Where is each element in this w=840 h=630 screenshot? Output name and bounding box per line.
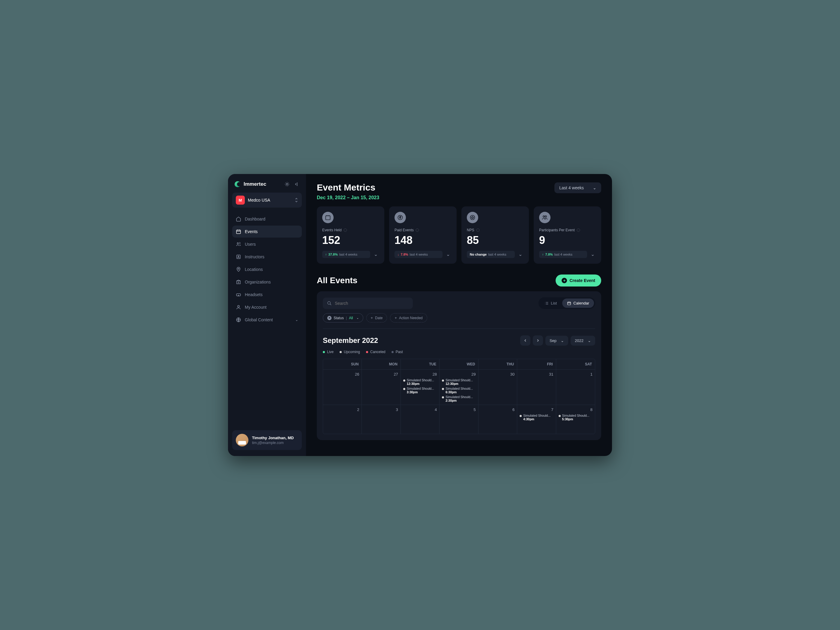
metric-label: NPS (467, 228, 524, 232)
sidebar-item-headsets[interactable]: Headsets (232, 289, 302, 301)
calendar-event[interactable]: Simulated Should...5:30pm (559, 414, 592, 421)
calendar-day-header: WED (439, 359, 478, 369)
sidebar-item-locations[interactable]: Locations (232, 264, 302, 275)
calendar-event[interactable]: Simulated Should...3:30pm (403, 387, 437, 394)
chevron-right-icon (536, 338, 540, 343)
chevron-down-icon: ⌄ (561, 338, 564, 343)
calendar-cell[interactable]: 2 (323, 405, 362, 434)
updown-icon (295, 198, 298, 202)
calendar-cell[interactable]: 26 (323, 369, 362, 405)
create-event-button[interactable]: + Create Event (556, 275, 601, 286)
metric-expand-button[interactable]: ⌄ (445, 250, 451, 258)
calendar-day-header: TUE (401, 359, 439, 369)
view-list-label: List (551, 301, 557, 305)
filter-action[interactable]: + Action Needed (390, 313, 427, 322)
calendar-event[interactable]: Simulated Should...6:30pm (442, 387, 475, 394)
metric-card: Events Held 152 ↑37.8%last 4 weeks ⌄ (317, 207, 384, 264)
sidebar-item-organizations[interactable]: Organizations (232, 276, 302, 288)
metric-expand-button[interactable]: ⌄ (589, 250, 596, 258)
calendar-cell[interactable]: 8Simulated Should...5:30pm (556, 405, 595, 434)
search-field[interactable] (335, 301, 409, 306)
filter-date[interactable]: + Date (366, 313, 387, 322)
avatar (236, 434, 248, 447)
view-calendar-button[interactable]: Calendar (562, 298, 594, 308)
metric-icon (322, 212, 333, 223)
close-icon[interactable]: ✕ (327, 316, 332, 320)
sidebar-header: Immertec (232, 180, 302, 193)
org-name: Medco USA (248, 198, 292, 202)
calendar-cell[interactable]: 30 (478, 369, 517, 405)
metric-card: NPS 85 No changelast 4 weeks ⌄ (461, 207, 529, 264)
metric-value: 148 (395, 234, 451, 246)
calendar-cell[interactable]: 4 (401, 405, 439, 434)
org-icon: M (236, 196, 245, 205)
sidebar-item-dashboard[interactable]: Dashboard (232, 213, 302, 225)
info-icon (415, 228, 419, 232)
badge-icon (236, 254, 241, 259)
chevron-down-icon: ⌄ (295, 318, 298, 322)
sidebar-item-users[interactable]: Users (232, 238, 302, 250)
sidebar-item-instructors[interactable]: Instructors (232, 251, 302, 263)
calendar-prev-button[interactable] (520, 335, 531, 346)
calendar-cell[interactable]: 7Simulated Should...4:30pm (517, 405, 556, 434)
trend-pill: No changelast 4 weeks (467, 251, 515, 258)
list-icon (545, 301, 549, 305)
filter-date-label: Date (375, 316, 382, 320)
calendar-cell[interactable]: 31 (517, 369, 556, 405)
theme-toggle-icon[interactable] (284, 182, 290, 187)
legend-live: Live (323, 350, 333, 354)
metric-expand-button[interactable]: ⌄ (517, 250, 524, 258)
range-select-label: Last 4 weeks (559, 185, 584, 190)
calendar-date: 4 (403, 407, 437, 412)
calendar-event[interactable]: Simulated Should...4:30pm (519, 414, 553, 421)
events-panel: List Calendar ✕ Status | All ⌄ (317, 291, 601, 440)
calendar-grid: SUNMONTUEWEDTHUFRISAT 262728Simulated Sh… (323, 359, 595, 434)
calendar-cell[interactable]: 6 (478, 405, 517, 434)
brand-name: Immertec (243, 181, 267, 187)
trend-pill: ↓7.8%last 4 weeks (395, 251, 442, 258)
year-select[interactable]: 2022⌄ (571, 336, 595, 346)
sidebar-item-events[interactable]: Events (232, 226, 302, 238)
org-selector[interactable]: M Medco USA (232, 193, 302, 208)
svg-point-5 (238, 268, 239, 269)
calendar-next-button[interactable] (533, 335, 543, 346)
sidebar-item-account[interactable]: My Account (232, 301, 302, 313)
calendar-date: 26 (325, 372, 359, 376)
sidebar: Immertec M Medco USA Dashboard Events Us… (228, 174, 306, 456)
calendar-cell[interactable]: 3 (362, 405, 401, 434)
sidebar-item-label: My Account (245, 305, 267, 309)
range-select[interactable]: Last 4 weeks ⌄ (554, 182, 601, 193)
date-range: Dec 19, 2022 – Jan 15, 2023 (317, 195, 601, 201)
calendar-cell[interactable]: 1 (556, 369, 595, 405)
metrics-grid: Events Held 152 ↑37.8%last 4 weeks ⌄ Pai… (317, 207, 601, 264)
metric-expand-button[interactable]: ⌄ (373, 250, 379, 258)
calendar-date: 31 (519, 372, 553, 376)
filter-status[interactable]: ✕ Status | All ⌄ (323, 313, 363, 322)
metric-card: Participants Per Event 9 ↑7.8%last 4 wee… (534, 207, 601, 264)
user-email: tim.j@example.com (252, 441, 294, 445)
month-select[interactable]: Sep⌄ (545, 336, 568, 346)
calendar-cell[interactable]: 28Simulated Should...12:30pmSimulated Sh… (401, 369, 439, 405)
sidebar-item-label: Organizations (245, 279, 271, 284)
svg-point-16 (543, 216, 545, 217)
calendar-event[interactable]: Simulated Should...2:30pm (442, 395, 475, 402)
view-list-button[interactable]: List (540, 298, 562, 308)
search-input[interactable] (323, 298, 413, 309)
calendar-event[interactable]: Simulated Should...12:30pm (403, 378, 437, 385)
metric-value: 152 (322, 234, 379, 246)
sidebar-item-global[interactable]: Global Content⌄ (232, 314, 302, 326)
month-label: Sep (549, 338, 556, 343)
svg-point-8 (238, 305, 239, 307)
sidebar-item-label: Headsets (245, 292, 262, 297)
pin-icon (236, 267, 241, 272)
building-icon (236, 279, 241, 285)
legend-upcoming: Upcoming (339, 350, 360, 354)
calendar-cell[interactable]: 29Simulated Should...12:30pmSimulated Sh… (439, 369, 478, 405)
user-card[interactable]: Timothy Jonathan, MD tim.j@example.com (232, 430, 302, 450)
calendar-day-header: FRI (517, 359, 556, 369)
calendar-cell[interactable]: 5 (439, 405, 478, 434)
calendar-date: 8 (559, 407, 592, 412)
calendar-cell[interactable]: 27 (362, 369, 401, 405)
collapse-sidebar-icon[interactable] (294, 182, 299, 187)
calendar-event[interactable]: Simulated Should...12:30pm (442, 378, 475, 385)
